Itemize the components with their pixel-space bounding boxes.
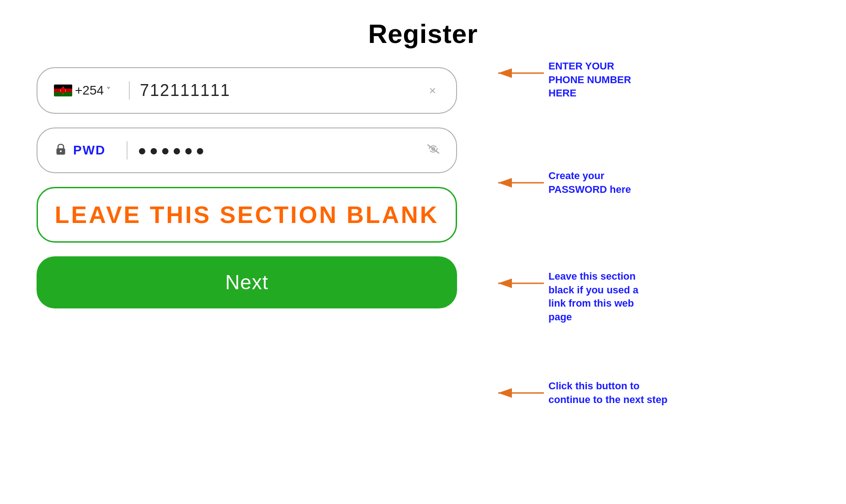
main-content: +254 ˅ 712111111 × PWD ●●●●●● <box>37 67 809 308</box>
annotation-phone: ENTER YOUR PHONE NUMBER HERE <box>494 59 631 100</box>
kenya-flag <box>54 85 72 96</box>
password-annotation-text: Create your PASSWORD here <box>548 169 631 196</box>
annotation-referral: Leave this section black if you used a l… <box>494 270 638 324</box>
next-arrow <box>494 379 548 407</box>
toggle-password-icon[interactable] <box>427 144 440 157</box>
lock-icon <box>54 142 70 159</box>
form-section: +254 ˅ 712111111 × PWD ●●●●●● <box>37 67 494 308</box>
referral-annotation-text: Leave this section black if you used a l… <box>548 270 638 324</box>
clear-phone-button[interactable]: × <box>426 82 440 100</box>
phone-annotation-text: ENTER YOUR PHONE NUMBER HERE <box>548 59 631 100</box>
referral-field-box[interactable]: LEAVE THIS SECTION BLANK <box>37 187 457 243</box>
next-annotation-text: Click this button to continue to the nex… <box>548 379 667 406</box>
referral-arrow <box>494 270 548 297</box>
divider <box>129 81 130 100</box>
chevron-down-icon: ˅ <box>106 85 111 95</box>
pwd-label: PWD <box>73 143 106 158</box>
phone-arrow <box>494 59 548 87</box>
page-title: Register <box>37 18 809 49</box>
password-dots[interactable]: ●●●●●● <box>138 142 427 159</box>
phone-number-value[interactable]: 712111111 <box>140 81 426 100</box>
country-selector[interactable]: +254 ˅ <box>54 83 111 98</box>
phone-field-box: +254 ˅ 712111111 × <box>37 67 457 114</box>
password-arrow <box>494 169 548 196</box>
lock-svg <box>54 142 68 156</box>
country-code[interactable]: +254 <box>75 83 104 98</box>
svg-point-1 <box>60 150 62 152</box>
annotation-next: Click this button to continue to the nex… <box>494 379 667 407</box>
annotation-password: Create your PASSWORD here <box>494 169 631 196</box>
referral-overlay-text: LEAVE THIS SECTION BLANK <box>54 201 439 228</box>
password-field-box: PWD ●●●●●● <box>37 127 457 173</box>
divider <box>127 141 128 159</box>
title-row: Register <box>37 18 809 49</box>
next-button[interactable]: Next <box>37 256 457 308</box>
